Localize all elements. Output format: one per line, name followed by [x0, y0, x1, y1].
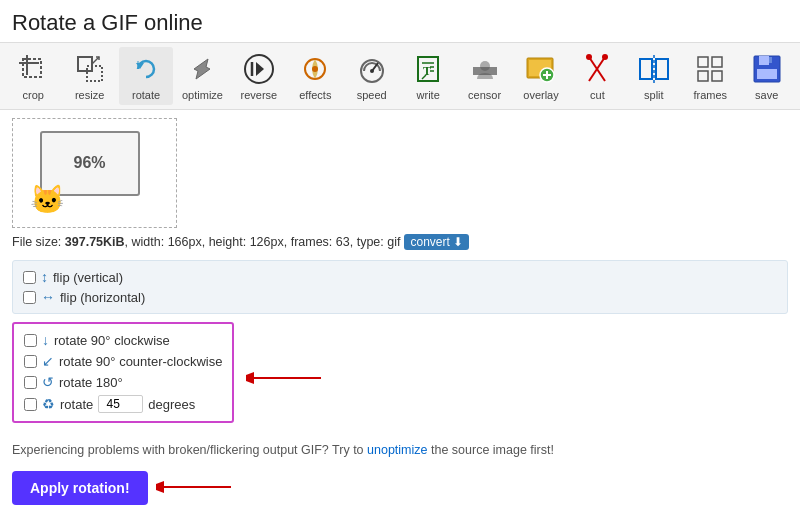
svg-point-15 [370, 69, 374, 73]
flip-horizontal-icon: ↔ [41, 289, 55, 305]
rotate-with-arrow: ↓ rotate 90° clockwise ↙ rotate 90° coun… [12, 322, 788, 433]
rotate-180-icon: ↺ [42, 374, 54, 390]
tool-split[interactable]: split [627, 47, 681, 105]
rotate-cw-checkbox[interactable] [24, 334, 37, 347]
tool-overlay[interactable]: overlay [514, 47, 568, 105]
crop-icon [15, 51, 51, 87]
apply-button-row: Apply rotation! [12, 471, 788, 505]
file-height: 126px [250, 235, 284, 249]
tool-write[interactable]: T write [401, 47, 455, 105]
toolbar: crop resize rotate opti [0, 42, 800, 110]
flip-vertical-label[interactable]: flip (vertical) [53, 270, 123, 285]
tool-reverse[interactable]: reverse [232, 47, 286, 105]
svg-rect-42 [757, 69, 777, 79]
tool-frames[interactable]: frames [683, 47, 737, 105]
rotate-custom-row: ♻ rotate degrees [24, 395, 222, 413]
red-arrow-container [246, 363, 326, 393]
flip-section: ↕ flip (vertical) ↔ flip (horizontal) [12, 260, 788, 314]
rotate-cw-label[interactable]: rotate 90° clockwise [54, 333, 170, 348]
apply-arrow-container [156, 472, 236, 505]
file-width: 166px [168, 235, 202, 249]
rotate-ccw-row: ↙ rotate 90° counter-clockwise [24, 353, 222, 369]
problem-suffix: the source image first! [431, 443, 554, 457]
tool-resize[interactable]: resize [62, 47, 116, 105]
gif-character: 🐱 [30, 183, 65, 216]
convert-button[interactable]: convert ⬇ [404, 234, 468, 250]
tool-optimize-label: optimize [182, 89, 223, 101]
tool-save[interactable]: save [739, 47, 793, 105]
rotate-cw-icon: ↓ [42, 332, 49, 348]
gif-preview: 96% 🐱 [30, 131, 160, 216]
overlay-icon [523, 51, 559, 87]
rotate-custom-icon: ♻ [42, 396, 55, 412]
file-frames: 63 [336, 235, 350, 249]
reverse-icon [241, 51, 277, 87]
svg-rect-39 [712, 71, 722, 81]
convert-label: convert [410, 235, 449, 249]
resize-icon [72, 51, 108, 87]
svg-rect-23 [473, 67, 497, 75]
optimize-icon [184, 51, 220, 87]
unoptimize-link[interactable]: unoptimize [367, 443, 427, 457]
svg-rect-36 [698, 57, 708, 67]
preview-percent: 96% [73, 154, 105, 172]
rotate-degrees-input[interactable] [98, 395, 143, 413]
rotate-180-label[interactable]: rotate 180° [59, 375, 123, 390]
rotate-ccw-label[interactable]: rotate 90° counter-clockwise [59, 354, 222, 369]
tool-overlay-label: overlay [523, 89, 558, 101]
tool-crop[interactable]: crop [6, 47, 60, 105]
svg-point-31 [586, 54, 592, 60]
svg-point-32 [602, 54, 608, 60]
rotate-ccw-checkbox[interactable] [24, 355, 37, 368]
rotate-icon [128, 51, 164, 87]
svg-rect-4 [87, 66, 102, 81]
tool-save-label: save [755, 89, 778, 101]
flip-vertical-icon: ↕ [41, 269, 48, 285]
flip-horizontal-row: ↔ flip (horizontal) [23, 289, 777, 305]
tool-rotate-label: rotate [132, 89, 160, 101]
tool-resize-label: resize [75, 89, 104, 101]
tool-rotate[interactable]: rotate [119, 47, 173, 105]
split-icon [636, 51, 672, 87]
svg-rect-43 [769, 57, 772, 63]
apply-rotation-button[interactable]: Apply rotation! [12, 471, 148, 505]
page-title: Rotate a GIF online [12, 10, 788, 36]
svg-rect-33 [640, 59, 652, 79]
svg-line-5 [92, 57, 99, 64]
tool-effects-label: effects [299, 89, 331, 101]
censor-icon [467, 51, 503, 87]
tool-cut[interactable]: cut [570, 47, 624, 105]
svg-rect-38 [698, 71, 708, 81]
svg-point-12 [312, 66, 318, 72]
download-icon: ⬇ [453, 235, 463, 249]
flip-vertical-checkbox[interactable] [23, 271, 36, 284]
rotate-180-row: ↺ rotate 180° [24, 374, 222, 390]
red-arrow-icon [246, 363, 326, 393]
tool-speed[interactable]: speed [345, 47, 399, 105]
tool-cut-label: cut [590, 89, 605, 101]
tool-frames-label: frames [693, 89, 727, 101]
tool-censor-label: censor [468, 89, 501, 101]
svg-rect-34 [656, 59, 668, 79]
rotate-ccw-icon: ↙ [42, 353, 54, 369]
rotate-section: ↓ rotate 90° clockwise ↙ rotate 90° coun… [12, 322, 234, 423]
problem-prefix: Experiencing problems with broken/flicke… [12, 443, 364, 457]
rotate-180-checkbox[interactable] [24, 376, 37, 389]
svg-rect-41 [759, 56, 769, 65]
write-icon: T [410, 51, 446, 87]
rotate-degrees-suffix: degrees [148, 397, 195, 412]
flip-horizontal-label[interactable]: flip (horizontal) [60, 290, 145, 305]
frames-icon [692, 51, 728, 87]
tool-effects[interactable]: effects [288, 47, 342, 105]
cut-icon [579, 51, 615, 87]
svg-rect-37 [712, 57, 722, 67]
file-size: 397.75KiB [65, 235, 125, 249]
file-type: gif [387, 235, 400, 249]
tool-optimize[interactable]: optimize [175, 47, 229, 105]
flip-horizontal-checkbox[interactable] [23, 291, 36, 304]
rotate-custom-checkbox[interactable] [24, 398, 37, 411]
tool-censor[interactable]: censor [457, 47, 511, 105]
main-content: 96% 🐱 File size: 397.75KiB, width: 166px… [0, 110, 800, 513]
speed-icon [354, 51, 390, 87]
svg-rect-0 [23, 59, 41, 77]
